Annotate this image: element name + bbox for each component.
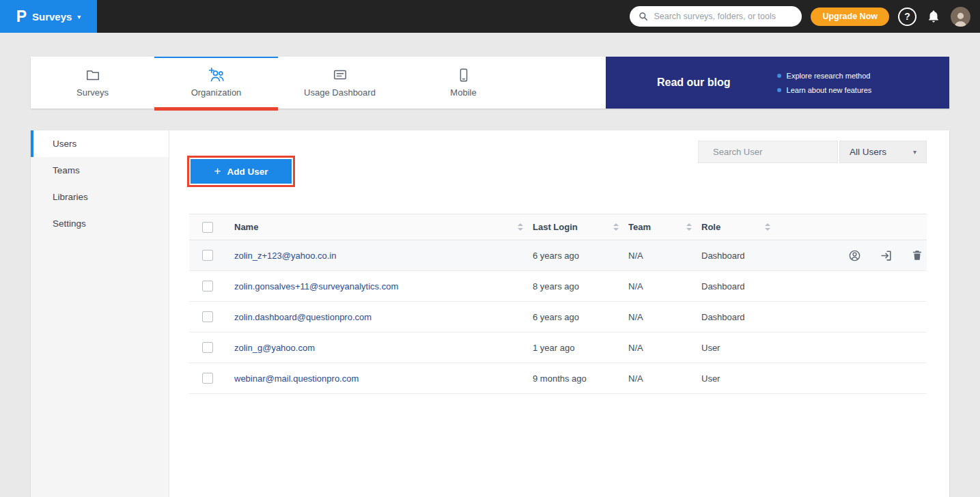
select-all-checkbox[interactable]: [202, 222, 213, 233]
team-value: N/A: [628, 373, 643, 384]
product-name-label: Surveys: [32, 11, 72, 23]
search-user-box: [698, 141, 838, 163]
sort-role-icon[interactable]: [765, 223, 770, 231]
role-value: User: [701, 373, 720, 384]
role-value: Dashboard: [701, 251, 745, 261]
row-checkbox[interactable]: [202, 342, 213, 353]
column-header-name: Name: [234, 222, 258, 232]
sidebar-item-libraries[interactable]: Libraries: [31, 184, 169, 210]
tab-mobile[interactable]: Mobile: [402, 57, 525, 109]
role-value: Dashboard: [701, 312, 745, 322]
upgrade-now-button[interactable]: Upgrade Now: [811, 8, 889, 26]
table-row: zolin_g@yahoo.com 1 year ago N/A User: [189, 332, 927, 363]
plus-icon: +: [214, 165, 221, 178]
search-user-input[interactable]: [713, 147, 833, 157]
tab-label: Mobile: [450, 87, 476, 98]
user-avatar[interactable]: [951, 7, 970, 27]
dashboard-icon: [333, 68, 348, 83]
filter-value: All Users: [850, 147, 886, 157]
bullet-dot-icon: [777, 74, 781, 78]
notifications-button[interactable]: [925, 8, 942, 25]
topbar: P Surveys ▾ Upgrade Now ?: [0, 0, 980, 33]
sidebar-item-teams[interactable]: Teams: [31, 157, 169, 184]
row-checkbox[interactable]: [202, 281, 213, 292]
table-row: zolin.dashboard@questionpro.com 6 years …: [189, 302, 927, 332]
table-row: webinar@mail.questionpro.com 9 months ag…: [189, 363, 927, 394]
delete-user-icon[interactable]: [910, 248, 924, 262]
team-value: N/A: [628, 281, 643, 292]
global-search: [630, 6, 802, 27]
team-value: N/A: [628, 312, 643, 322]
search-icon: [639, 12, 648, 21]
add-user-button[interactable]: + Add User: [191, 159, 292, 184]
blog-bullet: Explore research method: [777, 72, 872, 80]
last-login-value: 1 year ago: [533, 343, 574, 353]
blog-banner-bullets: Explore research method Learn about new …: [777, 72, 872, 94]
bullet-dot-icon: [777, 88, 781, 92]
last-login-value: 6 years ago: [533, 251, 579, 261]
blog-bullet: Learn about new features: [777, 86, 872, 94]
folder-icon: [85, 68, 100, 83]
users-toolbar: All Users ▾: [698, 141, 927, 163]
role-value: User: [701, 343, 720, 353]
tab-label: Surveys: [76, 87, 109, 98]
help-button[interactable]: ?: [898, 8, 916, 26]
tab-surveys[interactable]: Surveys: [31, 57, 154, 109]
question-icon: ?: [904, 11, 910, 22]
organization-panel: Users Teams Libraries Settings All Users…: [31, 130, 949, 497]
impersonate-user-icon[interactable]: [848, 248, 861, 262]
user-email-link[interactable]: zolin.gonsalves+11@surveyanalytics.com: [234, 281, 398, 292]
user-email-link[interactable]: webinar@mail.questionpro.com: [234, 373, 359, 384]
last-login-value: 8 years ago: [533, 281, 579, 292]
sidebar-item-users[interactable]: Users: [31, 130, 169, 157]
last-login-value: 6 years ago: [533, 312, 579, 322]
row-checkbox[interactable]: [202, 373, 213, 384]
tab-usage-dashboard[interactable]: Usage Dashboard: [278, 57, 402, 109]
blog-banner[interactable]: Read our blog Explore research method Le…: [606, 57, 949, 109]
add-user-annotation-box: + Add User: [187, 156, 295, 187]
product-switcher[interactable]: P Surveys ▾: [0, 0, 97, 33]
sort-last-login-icon[interactable]: [613, 223, 619, 231]
sort-team-icon[interactable]: [686, 223, 692, 231]
row-checkbox[interactable]: [202, 250, 213, 261]
sort-name-icon[interactable]: [518, 223, 523, 231]
last-login-value: 9 months ago: [533, 373, 587, 384]
users-table-header: Name Last Login Team Role: [189, 214, 927, 240]
team-value: N/A: [628, 251, 643, 261]
global-search-input[interactable]: [654, 12, 793, 21]
users-table: Name Last Login Team Role: [189, 214, 927, 394]
tab-label: Organization: [191, 87, 242, 98]
table-row: zolin_z+123@yahoo.co.in 6 years ago N/A …: [189, 240, 927, 271]
column-header-team: Team: [628, 222, 651, 232]
chevron-down-icon: ▾: [913, 148, 916, 156]
users-content: All Users ▾ + Add User Name Last Login: [169, 130, 949, 497]
organization-sidebar: Users Teams Libraries Settings: [31, 130, 169, 497]
questionpro-logo-icon: P: [16, 9, 27, 25]
avatar-silhouette-icon: [952, 10, 969, 27]
mobile-phone-icon: [456, 68, 471, 83]
row-checkbox[interactable]: [202, 311, 213, 322]
user-email-link[interactable]: zolin_g@yahoo.com: [234, 343, 315, 353]
role-value: Dashboard: [701, 281, 745, 292]
tab-organization[interactable]: Organization: [154, 57, 278, 109]
bell-icon: [927, 10, 940, 23]
user-email-link[interactable]: zolin_z+123@yahoo.co.in: [234, 251, 336, 261]
user-email-link[interactable]: zolin.dashboard@questionpro.com: [234, 312, 372, 322]
table-row: zolin.gonsalves+11@surveyanalytics.com 8…: [189, 271, 927, 302]
sidebar-item-settings[interactable]: Settings: [31, 210, 169, 237]
section-tabs: Surveys Organization Usage Dashboard Mob…: [31, 57, 949, 109]
team-value: N/A: [628, 343, 643, 353]
chevron-down-icon: ▾: [77, 13, 81, 20]
login-as-user-icon[interactable]: [879, 248, 893, 262]
tab-label: Usage Dashboard: [304, 87, 376, 98]
topbar-right: Upgrade Now ?: [630, 6, 980, 27]
column-header-last-login: Last Login: [533, 222, 578, 232]
user-filter-dropdown[interactable]: All Users ▾: [839, 141, 927, 163]
add-users-icon: [208, 68, 225, 83]
blog-banner-title: Read our blog: [657, 76, 731, 89]
column-header-role: Role: [701, 222, 720, 232]
